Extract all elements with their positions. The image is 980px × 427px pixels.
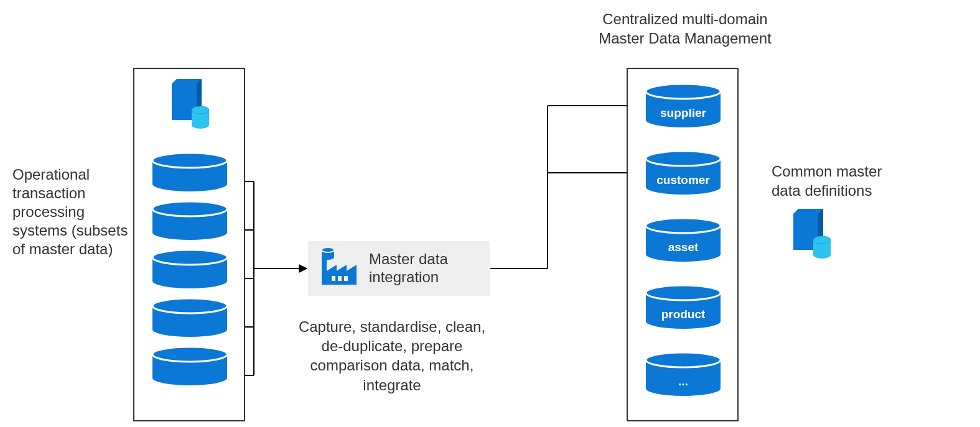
svg-point-29 xyxy=(322,255,334,260)
db-asset-icon xyxy=(643,218,724,262)
svg-point-6 xyxy=(152,177,227,191)
integration-box: Master data integration xyxy=(308,241,490,296)
svg-point-14 xyxy=(152,273,227,288)
db-customer-label: customer xyxy=(643,173,724,187)
db-product-label: product xyxy=(643,308,724,321)
svg-point-2 xyxy=(192,121,209,129)
db-icon xyxy=(149,347,230,385)
mdm-title: Centralized multi-domain Master Data Man… xyxy=(589,9,782,48)
operational-systems-box xyxy=(133,68,245,421)
db-icon xyxy=(149,201,230,240)
svg-rect-24 xyxy=(332,276,335,281)
svg-rect-25 xyxy=(338,276,342,281)
db-supplier-icon xyxy=(643,84,724,127)
diagram-stage: Operational transaction processing syste… xyxy=(0,0,980,427)
integration-line2: integration xyxy=(369,269,439,285)
operational-systems-label: Operational transaction processing syste… xyxy=(12,165,131,259)
svg-rect-26 xyxy=(344,276,348,281)
db-icon xyxy=(149,153,230,191)
db-icon xyxy=(149,250,230,288)
db-icon xyxy=(149,298,230,337)
db-asset-label: asset xyxy=(643,241,724,254)
integration-line1: Master data xyxy=(369,250,448,267)
definitions-label: Common master data definitions xyxy=(772,162,915,200)
svg-point-18 xyxy=(152,322,227,337)
mdm-box: supplier customer asset product ... xyxy=(627,68,739,421)
book-icon xyxy=(159,75,219,135)
mdm-title-line2: Master Data Management xyxy=(599,30,771,47)
db-more-label: ... xyxy=(643,375,724,388)
db-more-icon xyxy=(643,352,724,396)
mdm-title-line1: Centralized multi-domain xyxy=(602,11,767,27)
db-customer-icon xyxy=(643,151,724,195)
svg-point-10 xyxy=(152,225,227,240)
integration-label: Master data integration xyxy=(364,250,448,287)
book-icon xyxy=(781,205,841,265)
svg-point-53 xyxy=(813,251,831,259)
factory-icon xyxy=(314,244,364,293)
integration-caption: Capture, standardise, clean, de-duplicat… xyxy=(292,317,492,395)
db-product-icon xyxy=(643,285,724,329)
db-supplier-label: supplier xyxy=(643,106,724,120)
svg-point-22 xyxy=(152,370,227,385)
